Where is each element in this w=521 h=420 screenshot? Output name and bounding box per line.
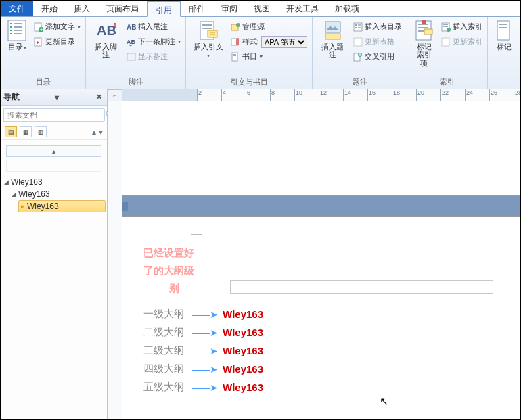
mark-index-icon bbox=[413, 20, 435, 41]
arrow-icon: ——➤ bbox=[192, 364, 217, 375]
caption-icon bbox=[322, 20, 344, 41]
nav-collapse-bar[interactable]: ▴ bbox=[6, 145, 101, 157]
nav-view-switcher: ▤ ▦ ▥ ▴ ▾ bbox=[1, 124, 107, 140]
tree-twisty-icon[interactable]: ◢ bbox=[3, 179, 9, 185]
footnote-icon: AB1 bbox=[95, 20, 117, 41]
tab-references[interactable]: 引用 bbox=[147, 1, 181, 17]
insert-index-button[interactable]: 插入索引 bbox=[439, 20, 484, 34]
nav-prev-icon[interactable]: ▴ bbox=[92, 127, 96, 137]
insert-endnote-button[interactable]: AB1插入尾注 bbox=[124, 20, 183, 34]
ruler-horizontal[interactable]: 2468101214161820222426283032 bbox=[122, 89, 520, 101]
add-text-button[interactable]: 添加文字▾ bbox=[32, 20, 83, 34]
page-viewport[interactable]: 已经设置好 了的大纲级 别 一级大纲——➤Wley163二级大纲——➤Wley1… bbox=[122, 101, 520, 419]
mark-index-button[interactable]: 标记 索引项 bbox=[410, 18, 438, 68]
tab-addins[interactable]: 加载项 bbox=[327, 1, 367, 16]
page-current[interactable]: 已经设置好 了的大纲级 别 一级大纲——➤Wley163二级大纲——➤Wley1… bbox=[122, 216, 520, 419]
svg-rect-31 bbox=[325, 22, 340, 32]
tab-insert[interactable]: 插入 bbox=[66, 1, 98, 16]
tof-icon bbox=[353, 22, 363, 32]
svg-rect-28 bbox=[233, 54, 236, 55]
next-footnote-label: 下一条脚注 bbox=[138, 37, 175, 47]
tof-label: 插入表目录 bbox=[365, 22, 402, 32]
manage-sources-button[interactable]: 管理源 bbox=[229, 20, 309, 34]
bibliography-button[interactable]: 书目▾ bbox=[229, 49, 309, 64]
view-results-button[interactable]: ▥ bbox=[35, 126, 47, 137]
show-notes-label: 显示备注 bbox=[138, 51, 168, 62]
insert-citation-button[interactable]: 插入引文▾ bbox=[189, 18, 227, 62]
svg-rect-35 bbox=[358, 24, 361, 26]
insert-caption-button[interactable]: 插入题注 bbox=[315, 18, 350, 60]
cross-ref-button[interactable]: 交叉引用 bbox=[351, 49, 404, 64]
ribbon-tabs: 文件 开始 插入 页面布局 引用 邮件 审阅 视图 开发工具 加载项 bbox=[1, 1, 520, 17]
intro-textbox[interactable] bbox=[230, 280, 493, 294]
update-index-label: 更新索引 bbox=[453, 37, 482, 47]
tree-item-lvl2[interactable]: ◢Wley163 bbox=[2, 188, 106, 200]
outline-level-row: 四级大纲——➤Wley163 bbox=[143, 360, 506, 378]
view-headings-button[interactable]: ▤ bbox=[5, 126, 17, 137]
update-index-button[interactable]: 更新索引 bbox=[439, 34, 484, 49]
ruler-corner[interactable]: ⌐ bbox=[108, 89, 122, 101]
insert-tof-button[interactable]: 插入表目录 bbox=[351, 20, 404, 34]
group-citations-label: 引文与书目 bbox=[189, 76, 309, 89]
tab-dev[interactable]: 开发工具 bbox=[278, 1, 327, 16]
group-index-label: 索引 bbox=[410, 76, 484, 89]
group-toc: 目录▾ 添加文字▾ 更新目录 目录 bbox=[1, 17, 86, 89]
tree-twisty-icon[interactable]: ◢ bbox=[10, 191, 17, 197]
ribbon: 目录▾ 添加文字▾ 更新目录 目录 AB1 插入脚注 AB1插入尾注 AB下一条… bbox=[1, 17, 520, 89]
mark-citation-icon bbox=[493, 20, 515, 41]
arrow-icon: ——➤ bbox=[192, 309, 217, 320]
document-area: ⌐ 2468101214161820222426283032 已经设置好 了的大… bbox=[108, 89, 520, 419]
update-index-icon bbox=[441, 37, 451, 47]
biblio-icon bbox=[231, 52, 240, 62]
arrow-icon: ——➤ bbox=[192, 346, 217, 356]
svg-rect-44 bbox=[418, 30, 424, 32]
tree-item-lvl1[interactable]: ◢Wley163 bbox=[2, 176, 106, 188]
tab-start[interactable]: 开始 bbox=[33, 1, 66, 16]
mark-citation-button[interactable]: 标记 bbox=[491, 18, 518, 52]
manage-sources-icon bbox=[231, 22, 240, 32]
endnote-icon: AB1 bbox=[127, 22, 136, 32]
svg-rect-43 bbox=[418, 27, 428, 28]
search-input[interactable] bbox=[4, 109, 104, 121]
view-pages-button[interactable]: ▦ bbox=[20, 126, 32, 137]
nav-header: 导航 ▾ ✕ bbox=[1, 89, 107, 106]
next-footnote-button[interactable]: AB下一条脚注▾ bbox=[124, 34, 183, 49]
nav-menu-icon[interactable]: ▾ bbox=[55, 93, 59, 102]
show-footnotes-button[interactable]: 显示备注 bbox=[124, 49, 183, 64]
group-auth-label bbox=[491, 86, 518, 89]
toc-label: 目录 bbox=[8, 43, 23, 51]
citation-style-select[interactable]: APA 第五 bbox=[261, 36, 307, 48]
biblio-label: 书目 bbox=[242, 51, 257, 62]
nav-spacer bbox=[6, 160, 101, 172]
update-toc-button[interactable]: 更新目录 bbox=[32, 34, 83, 49]
tab-review[interactable]: 审阅 bbox=[213, 1, 246, 16]
toc-button[interactable]: 目录▾ bbox=[3, 18, 30, 53]
tab-file[interactable]: 文件 bbox=[1, 1, 33, 16]
svg-text:1: 1 bbox=[113, 22, 117, 30]
nav-next-icon[interactable]: ▾ bbox=[99, 127, 103, 137]
svg-rect-18 bbox=[129, 55, 134, 55]
svg-rect-2 bbox=[14, 23, 22, 24]
tree-label: Wley163 bbox=[18, 189, 50, 199]
mark-citation-label: 标记 bbox=[497, 43, 512, 51]
level-en: Wley163 bbox=[223, 363, 263, 375]
level-en: Wley163 bbox=[223, 308, 263, 320]
outline-level-row: 二级大纲——➤Wley163 bbox=[143, 323, 506, 342]
ruler-vertical[interactable] bbox=[108, 101, 122, 419]
update-table-button[interactable]: 更新表格 bbox=[351, 34, 404, 49]
tree-twisty-icon[interactable]: ▸ bbox=[19, 203, 26, 210]
svg-rect-4 bbox=[14, 26, 22, 28]
svg-rect-29 bbox=[233, 55, 236, 56]
nav-close-icon[interactable]: ✕ bbox=[94, 93, 104, 101]
svg-rect-54 bbox=[499, 27, 507, 28]
level-cn: 四级大纲 bbox=[143, 363, 187, 375]
tab-mail[interactable]: 邮件 bbox=[181, 1, 213, 16]
insert-footnote-button[interactable]: AB1 插入脚注 bbox=[89, 18, 123, 60]
tab-view[interactable]: 视图 bbox=[246, 1, 278, 16]
tree-item-lvl3[interactable]: ▸Wley163 bbox=[18, 200, 106, 212]
svg-rect-1 bbox=[10, 23, 12, 24]
tab-layout[interactable]: 页面布局 bbox=[98, 1, 147, 16]
page-gap-notch bbox=[122, 202, 128, 211]
navigation-pane: 导航 ▾ ✕ 🔍▾ ▤ ▦ ▥ ▴ ▾ ▴ ◢Wley163 ◢Wley163 … bbox=[1, 89, 108, 419]
arrow-icon: ——➤ bbox=[192, 327, 217, 338]
